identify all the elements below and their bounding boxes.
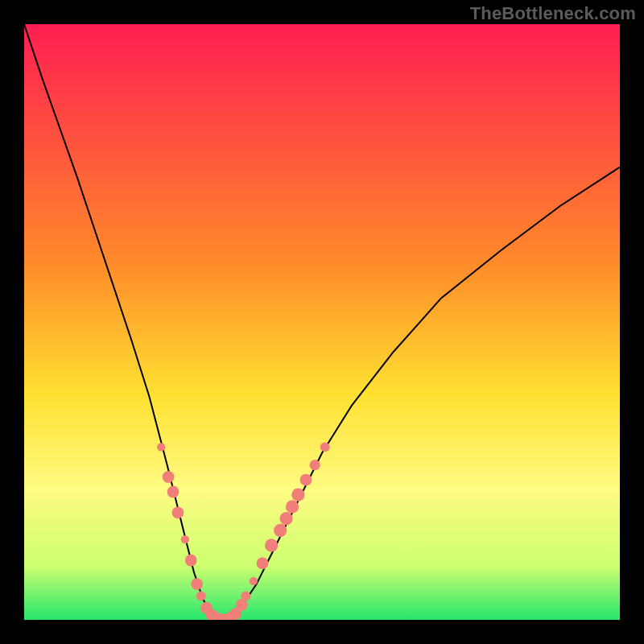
chart-container: TheBottleneck.com <box>0 0 644 644</box>
data-marker <box>250 577 258 585</box>
data-marker <box>181 535 189 543</box>
data-marker <box>320 442 330 452</box>
data-marker <box>265 539 278 551</box>
data-marker <box>257 557 269 569</box>
data-marker <box>241 591 250 601</box>
data-marker <box>309 460 320 470</box>
data-marker <box>191 578 203 590</box>
data-marker <box>274 524 287 537</box>
gradient-background <box>24 24 620 620</box>
plot-area <box>24 24 620 620</box>
data-marker <box>286 500 299 513</box>
data-marker <box>185 555 197 567</box>
watermark-text: TheBottleneck.com <box>470 3 636 24</box>
data-marker <box>163 471 175 483</box>
data-marker <box>291 488 304 501</box>
data-marker <box>196 591 206 601</box>
data-marker <box>300 474 312 486</box>
data-marker <box>157 443 165 451</box>
data-marker <box>167 486 180 498</box>
bottleneck-chart <box>24 24 620 620</box>
data-marker <box>279 512 292 525</box>
data-marker <box>172 506 184 518</box>
